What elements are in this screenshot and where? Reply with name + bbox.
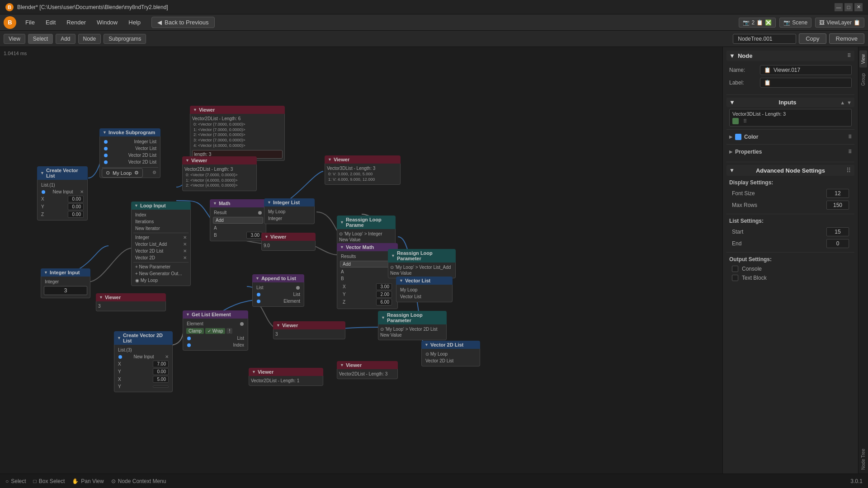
reassign-1-header: ▼ Reassign Loop Parame xyxy=(337,216,396,229)
remove-button[interactable]: Remove xyxy=(829,33,864,44)
viewer-node-1[interactable]: ▼ Viewer Vector2DList - Length: 6 0: <Ve… xyxy=(190,106,285,161)
copy-button[interactable]: Copy xyxy=(799,33,826,44)
integer-list-title: Integer List xyxy=(273,200,300,205)
create-vector-2d-title: Create Vector 2D List xyxy=(123,333,170,343)
name-value-text: Viewer.017 xyxy=(774,67,800,73)
color-subsection[interactable]: ▶ Color ⠿ xyxy=(726,132,854,141)
vtab-nodetree[interactable]: Node Tree xyxy=(859,445,867,474)
close-button[interactable]: ✕ xyxy=(854,3,863,11)
arrow-down[interactable]: ▼ xyxy=(847,100,852,105)
reassign-node-3[interactable]: ▼ Reassign Loop Parameter ⊙ 'My Loop' > … xyxy=(378,311,447,340)
math-node[interactable]: ▼ Math Result Add A B 3.00 xyxy=(210,199,266,241)
viewer-6-title: Viewer xyxy=(282,323,298,328)
name-field[interactable]: 📋 Viewer.017 xyxy=(760,65,852,75)
end-label: End xyxy=(732,240,741,247)
console-checkbox[interactable] xyxy=(732,266,738,272)
viewer-node-7[interactable]: ▼ Viewer Vector2DList - Length: 1 xyxy=(249,368,323,386)
reassign-2-title: Reassign Loop Parameter xyxy=(397,250,453,261)
viewer-node-3[interactable]: ▼ Viewer Vector3DList - Length: 3 0: V: … xyxy=(325,155,401,185)
integer-list-body: My Loop Integer xyxy=(264,206,315,224)
advanced-node-title: Advanced Node Settings xyxy=(756,167,825,174)
font-size-value[interactable]: 12 xyxy=(826,189,849,198)
integer-list-node[interactable]: ▼ Integer List My Loop Integer xyxy=(264,198,315,224)
back-to-previous-button[interactable]: ◀ Back to Previous xyxy=(151,17,215,28)
end-value[interactable]: 0 xyxy=(826,239,849,248)
add-label: Add xyxy=(61,36,70,42)
menu-help[interactable]: Help xyxy=(124,17,145,28)
bottom-right: 3.0.1 xyxy=(850,478,863,484)
select-label: Select xyxy=(33,36,48,42)
scene-area: 📷 2 📋 ❎ 📷 Scene 🖼 ViewLayer 📋 xyxy=(739,18,864,28)
divider-3 xyxy=(726,144,854,145)
reassign-node-1[interactable]: ▼ Reassign Loop Parame ⊙ 'My Loop' > Int… xyxy=(337,216,396,245)
text-block-checkbox[interactable] xyxy=(732,275,738,281)
end-row: End 0 xyxy=(726,238,854,249)
loop-input-header: ▼ Loop Input xyxy=(131,202,191,210)
collapse-icon: ▼ xyxy=(729,52,735,59)
display-settings-label: Display Settings: xyxy=(726,178,854,187)
menu-render[interactable]: Render xyxy=(62,17,90,28)
inputs-title: Inputs xyxy=(779,99,797,106)
menu-edit[interactable]: Edit xyxy=(41,17,60,28)
tool-select[interactable]: Select xyxy=(28,34,53,44)
integer-input-node[interactable]: ▼ Integer Input Integer 3 xyxy=(41,268,90,298)
vector-2d-list-node[interactable]: ▼ Vector 2D List ⊙ My Loop Vector 2D Lis… xyxy=(421,341,480,366)
my-loop-badge[interactable]: ⊙ My Loop ⚙ xyxy=(102,168,143,178)
camera-icon2: 📷 xyxy=(783,19,790,26)
viewer-node-5[interactable]: ▼ Viewer 3 xyxy=(96,293,166,311)
node-dots: ⠿ xyxy=(847,53,852,59)
console-row: Console xyxy=(726,264,854,273)
tool-node[interactable]: Node xyxy=(78,34,101,44)
my-loop-settings: ⚙ xyxy=(134,170,139,176)
window-controls: — □ ✕ xyxy=(835,3,863,11)
nodetree-selector[interactable]: NodeTree.001 xyxy=(733,34,796,44)
pan-icon: ✋ xyxy=(72,478,79,484)
properties-subsection[interactable]: ▶ Properties ⠿ xyxy=(726,147,854,156)
get-list-body: Element Clamp ✓ Wrap ! List Index xyxy=(183,319,248,351)
context-menu-tool[interactable]: ⊙ Node Context Menu xyxy=(111,478,166,484)
vector-list-node[interactable]: ▼ Vector List My Loop Vector List xyxy=(396,277,453,302)
reassign-node-2[interactable]: ▼ Reassign Loop Parameter ⊙ 'My Loop' > … xyxy=(388,249,456,278)
create-vector-list-node[interactable]: ▼ Create Vector List List.(1) New Input … xyxy=(37,166,88,221)
get-list-element-node[interactable]: ▼ Get List Element Element Clamp ✓ Wrap … xyxy=(183,310,248,351)
pan-view-tool[interactable]: ✋ Pan View xyxy=(72,478,104,484)
tool-view[interactable]: View xyxy=(4,34,25,44)
viewer-node-6[interactable]: ▼ Viewer 3 xyxy=(273,321,345,339)
menu-window[interactable]: Window xyxy=(92,17,122,28)
viewer-5-title: Viewer xyxy=(105,295,121,300)
viewer-8-title: Viewer xyxy=(346,362,362,368)
label-label: Label: xyxy=(729,80,756,86)
node-canvas[interactable]: 1.0414 ms xyxy=(0,47,722,474)
vtab-view[interactable]: View xyxy=(859,51,867,68)
node-section-header: ▼ Node ⠿ xyxy=(726,51,854,61)
tool-subprograms[interactable]: Subprograms xyxy=(104,34,146,44)
viewer-node-8[interactable]: ▼ Viewer Vector2DList - Length: 3 xyxy=(337,361,398,379)
tool-add[interactable]: Add xyxy=(56,34,75,44)
create-vector-2d-node[interactable]: ▼ Create Vector 2D List List.(3) New Inp… xyxy=(114,331,173,392)
select-label: Select xyxy=(11,478,26,484)
play-btn[interactable] xyxy=(732,118,739,124)
viewer-node-2[interactable]: ▼ Viewer Vector2DList - Length: 3 0: <Ve… xyxy=(182,156,257,191)
canvas-time: 1.0414 ms xyxy=(4,51,27,56)
vtab-group[interactable]: Group xyxy=(859,70,867,89)
select-tool[interactable]: ○ Select xyxy=(5,478,26,484)
start-value[interactable]: 15 xyxy=(826,227,849,236)
label-row: Label: 📋 xyxy=(726,76,854,89)
viewer-node-4[interactable]: ▼ Viewer 9.0 xyxy=(261,233,316,251)
arrow-up[interactable]: ▲ xyxy=(840,100,845,105)
context-label: Node Context Menu xyxy=(118,478,166,484)
name-icon: 📋 xyxy=(764,67,771,73)
minimize-button[interactable]: — xyxy=(835,3,843,11)
box-select-tool[interactable]: □ Box Select xyxy=(33,478,65,484)
scene-name-selector[interactable]: 📷 Scene xyxy=(779,18,811,28)
scene-selector[interactable]: 📷 2 📋 ❎ xyxy=(739,18,776,28)
back-icon: ◀ xyxy=(157,19,162,26)
label-field[interactable]: 📋 xyxy=(760,78,852,88)
box-select-label: Box Select xyxy=(39,478,65,484)
append-list-node[interactable]: ▼ Append to List List List Element xyxy=(252,274,304,307)
menu-file[interactable]: File xyxy=(21,17,39,28)
maximize-button[interactable]: □ xyxy=(844,3,853,11)
loop-input-node[interactable]: ▼ Loop Input Index Iterations New Iterat… xyxy=(131,202,191,286)
viewlayer-selector[interactable]: 🖼 ViewLayer 📋 xyxy=(815,18,864,28)
max-rows-value[interactable]: 150 xyxy=(826,201,849,210)
